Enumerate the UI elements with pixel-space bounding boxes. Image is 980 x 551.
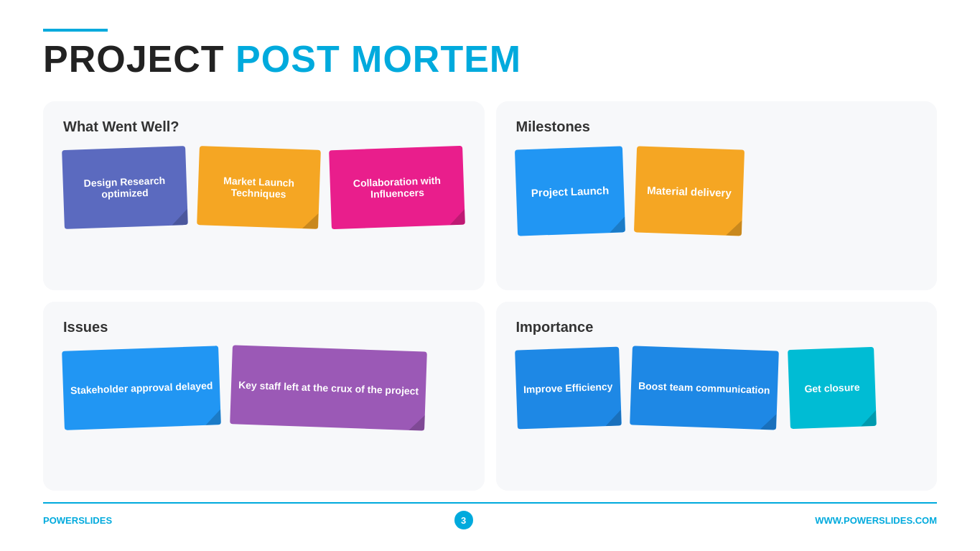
sticky-get-closure: Get closure [788, 347, 877, 429]
quadrant-title-milestones: Milestones [516, 119, 918, 135]
sticky-stakeholder: Stakeholder approval delayed [62, 346, 221, 430]
footer-brand-left: POWERSLIDES [43, 515, 112, 526]
page: PROJECT POST MORTEM What Went Well? Desi… [0, 0, 980, 551]
footer: POWERSLIDES 3 WWW.POWERSLIDES.COM [43, 502, 937, 529]
header-line [43, 29, 108, 32]
sticky-project-launch: Project Launch [514, 147, 625, 236]
sticky-row-what-went-well: Design Research optimized Market Launch … [63, 148, 465, 227]
sticky-row-milestones: Project Launch Material delivery [516, 148, 918, 234]
title-post: POST MORTEM [235, 38, 521, 80]
quadrant-grid: What Went Well? Design Research optimize… [43, 101, 937, 491]
footer-page-number: 3 [454, 511, 473, 529]
sticky-improve-efficiency: Improve Efficiency [515, 347, 621, 430]
sticky-market-launch: Market Launch Techniques [197, 146, 320, 229]
sticky-material-delivery: Material delivery [633, 147, 744, 236]
quadrant-milestones: Milestones Project Launch Material deliv… [496, 101, 938, 290]
quadrant-what-went-well: What Went Well? Design Research optimize… [43, 101, 485, 290]
footer-brand-right: WWW.POWERSLIDES.COM [815, 515, 937, 526]
sticky-key-staff: Key staff left at the crux of the projec… [230, 345, 428, 430]
quadrant-title-what-went-well: What Went Well? [63, 119, 465, 135]
title-project: PROJECT [43, 38, 235, 80]
quadrant-importance: Importance Improve Efficiency Boost team… [496, 302, 938, 491]
sticky-row-issues: Stakeholder approval delayed Key staff l… [63, 348, 465, 427]
sticky-row-importance: Improve Efficiency Boost team communicat… [516, 348, 918, 427]
quadrant-title-issues: Issues [63, 319, 465, 335]
header: PROJECT POST MORTEM [43, 29, 937, 80]
sticky-collaboration: Collaboration with Influencers [329, 146, 465, 229]
quadrant-title-importance: Importance [516, 319, 918, 335]
quadrant-issues: Issues Stakeholder approval delayed Key … [43, 302, 485, 491]
sticky-boost-team: Boost team communication [630, 346, 778, 430]
sticky-design-research: Design Research optimized [62, 146, 187, 229]
page-title: PROJECT POST MORTEM [43, 39, 937, 80]
